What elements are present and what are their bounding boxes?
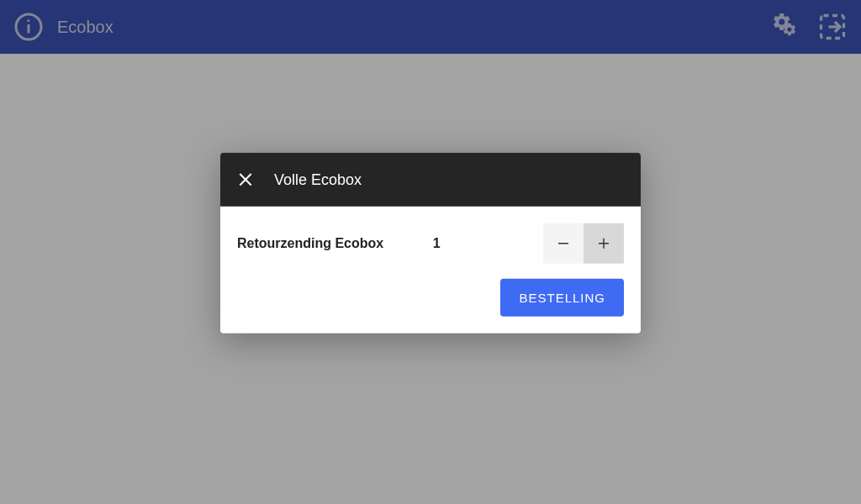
dialog-footer: Bestelling (237, 279, 624, 317)
minus-icon (556, 236, 571, 251)
quantity-stepper (543, 223, 624, 264)
quantity-row: Retourzending Ecobox 1 (237, 223, 624, 264)
decrement-button[interactable] (543, 223, 584, 264)
dialog-body: Retourzending Ecobox 1 Bestelling (220, 207, 641, 333)
row-label: Retourzending Ecobox (237, 236, 383, 251)
dialog-header: Volle Ecobox (220, 153, 641, 207)
order-dialog: Volle Ecobox Retourzending Ecobox 1 Best… (220, 153, 641, 333)
close-icon[interactable] (237, 171, 254, 188)
submit-button[interactable]: Bestelling (500, 279, 624, 317)
increment-button[interactable] (584, 223, 624, 264)
plus-icon (596, 236, 611, 251)
quantity-value: 1 (424, 236, 449, 251)
dialog-title: Volle Ecobox (274, 171, 362, 188)
